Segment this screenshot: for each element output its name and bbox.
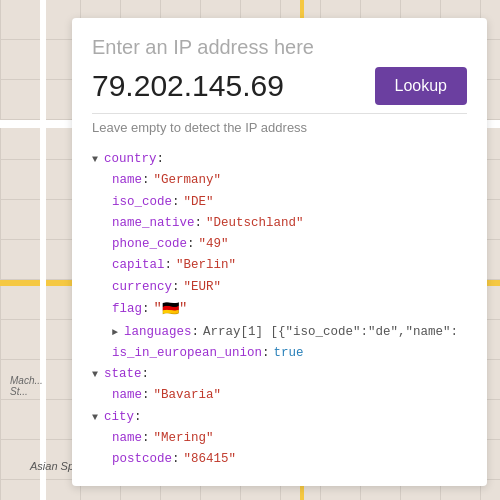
capital-val: "Berlin"	[176, 255, 236, 276]
ip-input-placeholder: Enter an IP address here	[92, 36, 467, 59]
flag-row: flag: "🇩🇪"	[112, 298, 467, 322]
phone-code-key: phone_code	[112, 234, 187, 255]
ip-value: 79.202.145.69	[92, 69, 284, 103]
postcode-row: postcode: "86415"	[112, 449, 467, 470]
flag-val: "🇩🇪"	[154, 298, 188, 322]
country-children: name: "Germany" iso_code: "DE" name_nati…	[92, 170, 467, 364]
currency-key: currency	[112, 277, 172, 298]
city-name-val: "Mering"	[154, 428, 214, 449]
capital-key: capital	[112, 255, 165, 276]
state-row: ▼ state:	[92, 364, 467, 385]
phone-code-row: phone_code: "49"	[112, 234, 467, 255]
country-key: country	[104, 149, 157, 170]
is-eu-key: is_in_european_union	[112, 343, 262, 364]
iso-code-row: iso_code: "DE"	[112, 192, 467, 213]
city-row: ▼ city:	[92, 407, 467, 428]
phone-code-val: "49"	[199, 234, 229, 255]
state-triangle[interactable]: ▼	[92, 366, 102, 383]
ip-row: 79.202.145.69 Lookup	[92, 67, 467, 105]
hint-text: Leave empty to detect the IP address	[92, 120, 467, 135]
iso-code-val: "DE"	[184, 192, 214, 213]
country-triangle[interactable]: ▼	[92, 151, 102, 168]
flag-key: flag	[112, 299, 142, 320]
country-name-key: name	[112, 170, 142, 191]
country-name-val: "Germany"	[154, 170, 222, 191]
name-native-row: name_native: "Deutschland"	[112, 213, 467, 234]
currency-row: currency: "EUR"	[112, 277, 467, 298]
city-name-row: name: "Mering"	[112, 428, 467, 449]
state-name-val: "Bavaria"	[154, 385, 222, 406]
state-children: name: "Bavaria"	[92, 385, 467, 406]
languages-row: ► languages: Array[1] [{"iso_code":"de",…	[112, 322, 467, 343]
city-key: city	[104, 407, 134, 428]
is-eu-val: true	[274, 343, 304, 364]
json-tree: ▼ country: name: "Germany" iso_code: "DE…	[92, 149, 467, 470]
divider	[92, 113, 467, 114]
main-panel: Enter an IP address here 79.202.145.69 L…	[72, 18, 487, 486]
lookup-button[interactable]: Lookup	[375, 67, 468, 105]
country-row: ▼ country:	[92, 149, 467, 170]
state-name-row: name: "Bavaria"	[112, 385, 467, 406]
city-name-key: name	[112, 428, 142, 449]
languages-val: Array[1] [{"iso_code":"de","name":	[203, 322, 458, 343]
state-key: state	[104, 364, 142, 385]
capital-row: capital: "Berlin"	[112, 255, 467, 276]
languages-triangle[interactable]: ►	[112, 324, 122, 341]
state-name-key: name	[112, 385, 142, 406]
name-native-val: "Deutschland"	[206, 213, 304, 234]
is-eu-row: is_in_european_union: true	[112, 343, 467, 364]
name-native-key: name_native	[112, 213, 195, 234]
city-children: name: "Mering" postcode: "86415"	[92, 428, 467, 471]
iso-code-key: iso_code	[112, 192, 172, 213]
map-label-1: Mach...St...	[10, 375, 43, 397]
postcode-key: postcode	[112, 449, 172, 470]
currency-val: "EUR"	[184, 277, 222, 298]
languages-key: languages	[124, 322, 192, 343]
country-name-row: name: "Germany"	[112, 170, 467, 191]
city-triangle[interactable]: ▼	[92, 409, 102, 426]
postcode-val: "86415"	[184, 449, 237, 470]
